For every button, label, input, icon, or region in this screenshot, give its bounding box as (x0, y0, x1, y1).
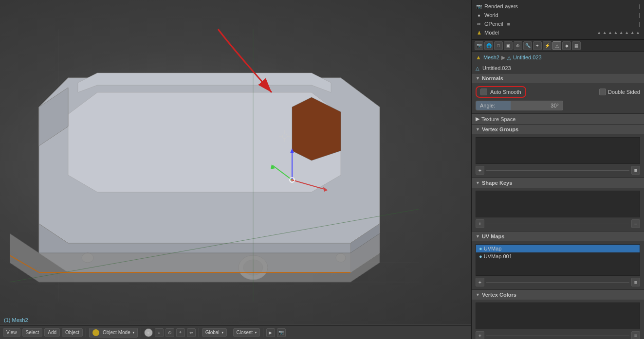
uv-add-btn[interactable]: + (476, 278, 484, 286)
svg-point-22 (291, 179, 293, 181)
angle-slider[interactable]: Angle: 30° (476, 101, 563, 110)
snap-to[interactable]: ⌖ (176, 328, 185, 337)
breadcrumb-icon-1: ▲ (476, 54, 481, 61)
vertex-colors-body: + ≡ (472, 300, 644, 339)
double-sided-checkbox[interactable] (599, 89, 606, 95)
viewport-shading-wire[interactable]: ○ (155, 328, 164, 337)
gpencil-icon: ✏ (476, 20, 482, 27)
shape-keys-list[interactable] (476, 191, 640, 217)
vertex-groups-list[interactable] (476, 137, 640, 164)
outliner-item-model[interactable]: ♟ Model ▲ ▲ ▲ ▲ ▲ ▲ ▲ ▲ (474, 28, 642, 37)
camera-btn[interactable]: 📷 (277, 328, 286, 337)
world-icon: ● (476, 12, 482, 18)
sk-add-btn[interactable]: + (476, 219, 484, 228)
shape-keys-header[interactable]: ▼ Shape Keys (472, 178, 644, 188)
render-btn[interactable]: ▶ (266, 328, 275, 337)
vc-controls: + ≡ (476, 331, 640, 339)
world-eye-icon[interactable]: | (639, 13, 640, 18)
vg-move-btn[interactable]: ≡ (631, 166, 640, 175)
uv-arrow: ▼ (476, 234, 480, 239)
shape-keys-label: Shape Keys (482, 180, 512, 186)
separator-1 (86, 328, 86, 337)
viewport[interactable]: View Select Add Object Object Mode ● ○ ⊙… (0, 0, 471, 339)
properties-scroll[interactable]: ▼ Normals Auto Smooth Double Sided (472, 73, 644, 339)
uv-map-item-0[interactable]: ● UVMap (476, 245, 640, 252)
vertex-colors-header[interactable]: ▼ Vertex Colors (472, 290, 644, 300)
separator-3 (199, 328, 199, 337)
constraint-icon[interactable]: ⊕ (514, 41, 522, 50)
auto-smooth-checkbox[interactable] (480, 89, 487, 95)
gpencil-eye-icon[interactable]: | (639, 21, 640, 27)
vc-arrow: ▼ (476, 292, 480, 297)
vertex-groups-header[interactable]: ▼ Vertex Groups (472, 125, 644, 134)
viewport-shading-solid[interactable]: ● (144, 328, 153, 337)
viewport-toolbar: View Select Add Object Object Mode ● ○ ⊙… (0, 325, 471, 339)
vg-spacer (486, 170, 629, 171)
select-menu[interactable]: Select (22, 328, 43, 337)
angle-row: Angle: 30° (476, 101, 640, 110)
uv-spacer (486, 282, 629, 283)
vc-add-btn[interactable]: + (476, 331, 484, 339)
outliner-panel: 📷 RenderLayers | ● World | ✏ GPencil ■ |… (472, 0, 644, 40)
uv-maps-controls: + ≡ (476, 278, 640, 286)
model-icon: ♟ (476, 29, 482, 36)
auto-smooth-label: Auto Smooth (490, 89, 521, 95)
uv-map-label-0: UVMap (484, 246, 502, 251)
normals-section: ▼ Normals Auto Smooth Double Sided (472, 73, 644, 114)
data-name-icon: △ (476, 66, 479, 71)
object-props-icon[interactable]: ▣ (504, 41, 513, 50)
physics-icon[interactable]: ⚡ (543, 41, 552, 50)
global-dropdown[interactable]: Global (202, 328, 227, 337)
mode-dropdown[interactable]: Object Mode (89, 328, 138, 338)
render-props-icon[interactable]: 📷 (475, 41, 483, 50)
data-name-value[interactable]: Untitled.023 (482, 65, 511, 71)
scene-background (0, 0, 471, 324)
outliner-item-gpencil[interactable]: ✏ GPencil ■ | (474, 19, 642, 28)
mirror[interactable]: ⇔ (187, 328, 196, 337)
material-icon[interactable]: ◆ (562, 41, 571, 50)
object-menu[interactable]: Object (62, 328, 83, 337)
angle-label: Angle: (480, 103, 495, 108)
texture-space-arrow: ▶ (476, 116, 479, 122)
uv-move-btn[interactable]: ≡ (631, 278, 640, 286)
vertex-groups-controls: + ≡ (476, 166, 640, 175)
outliner-item-renderlayers[interactable]: 📷 RenderLayers | (474, 2, 642, 11)
sidebar: 📷 RenderLayers | ● World | ✏ GPencil ■ |… (471, 0, 644, 339)
vertex-groups-section: ▼ Vertex Groups + ≡ (472, 125, 644, 178)
shape-keys-controls: + ≡ (476, 219, 640, 228)
world-props-icon[interactable]: □ (494, 41, 503, 50)
vc-move-btn[interactable]: ≡ (631, 331, 640, 339)
sk-move-btn[interactable]: ≡ (631, 219, 640, 228)
auto-smooth-container: Auto Smooth (476, 86, 526, 98)
vertex-groups-label: Vertex Groups (482, 126, 518, 132)
sk-spacer (486, 224, 629, 224)
texture-icon[interactable]: ▦ (572, 41, 581, 50)
scene-props-icon[interactable]: 🌐 (484, 41, 493, 50)
outliner-item-world[interactable]: ● World | (474, 11, 642, 19)
uv-maps-header[interactable]: ▼ UV Maps (472, 232, 644, 241)
breadcrumb-data[interactable]: Untitled.023 (513, 54, 542, 60)
proportional-edit[interactable]: ⊙ (166, 328, 174, 337)
outliner-label: GPencil (484, 21, 503, 27)
normals-arrow: ▼ (476, 76, 480, 81)
eye-icon[interactable]: | (639, 4, 640, 9)
vc-spacer (486, 336, 629, 336)
normals-label: Normals (482, 75, 503, 81)
breadcrumb-separator: ▶ (501, 54, 505, 61)
vg-add-btn[interactable]: + (476, 166, 484, 175)
breadcrumb-mesh[interactable]: Mesh2 (483, 54, 499, 60)
modifier-icon[interactable]: 🔧 (523, 41, 532, 50)
uv-map-label-1: UVMap.001 (484, 253, 512, 259)
closest-dropdown[interactable]: Closest (233, 328, 260, 337)
separator-5 (263, 328, 263, 337)
texture-space-section[interactable]: ▶ Texture Space (472, 114, 644, 125)
normals-header[interactable]: ▼ Normals (472, 73, 644, 83)
data-props-icon[interactable]: △ (552, 41, 561, 50)
add-menu[interactable]: Add (44, 328, 60, 337)
particle-icon[interactable]: ✦ (533, 41, 542, 50)
vertex-colors-list[interactable] (476, 303, 640, 329)
uv-maps-list[interactable]: ● UVMap ● UVMap.001 (476, 244, 640, 276)
view-menu[interactable]: View (3, 328, 20, 337)
uv-map-item-1[interactable]: ● UVMap.001 (476, 252, 640, 260)
renderlayers-icon: 📷 (476, 3, 482, 10)
